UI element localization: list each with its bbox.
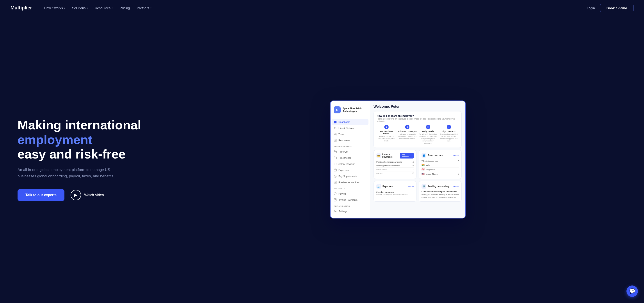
onboarding-view-all[interactable]: View all bbox=[453, 185, 459, 187]
sidebar-item-hire-onboard[interactable]: Hire & Onboard bbox=[330, 125, 370, 131]
invoice-due-week-row: Due this week 1 bbox=[376, 168, 414, 171]
svg-rect-15 bbox=[334, 157, 336, 159]
nav-how-it-works[interactable]: How it works ▾ bbox=[44, 6, 65, 10]
svg-point-4 bbox=[334, 127, 336, 128]
team-sub-label-row: Who is in your team 7 bbox=[422, 159, 459, 163]
company-logo-area: S Space Time Fabric Technologies bbox=[330, 105, 370, 117]
hero-section: Making international employment easy and… bbox=[0, 16, 644, 303]
invoice-widget-title: 💳 Invoice payments bbox=[376, 153, 400, 158]
sidebar-item-settings[interactable]: Settings bbox=[330, 208, 370, 214]
onboard-card-title: How do I onboard an employee? bbox=[377, 114, 458, 117]
book-demo-button[interactable]: Book a demo bbox=[600, 4, 634, 12]
pending-onboarding-subdesc: Missing the due date will delay in the f… bbox=[422, 194, 459, 199]
hero-actions: Talk to our experts ▶ Watch Video bbox=[18, 189, 149, 201]
nav-resources[interactable]: Resources ▾ bbox=[95, 6, 113, 10]
expense-widget: 🧾 Expenses View all Pending expenses Rev… bbox=[374, 181, 416, 202]
company-initial: S bbox=[334, 106, 341, 113]
team-view-all[interactable]: View all bbox=[453, 154, 459, 156]
pay-invoices-button[interactable]: Pay invoices bbox=[400, 153, 414, 159]
payments-section-label: Payments bbox=[330, 185, 370, 191]
sidebar-item-timesheets[interactable]: Timesheets bbox=[330, 155, 370, 161]
svg-point-29 bbox=[335, 211, 336, 212]
watch-video-button[interactable]: ▶ Watch Video bbox=[70, 190, 104, 200]
us-flag: 🇺🇸 bbox=[422, 173, 424, 175]
team-widget-title: 👥 Team overview bbox=[422, 153, 443, 158]
hero-content: Making international employment easy and… bbox=[18, 118, 149, 201]
admin-section-label: Administration bbox=[330, 143, 370, 149]
sidebar-item-expenses[interactable]: Expenses bbox=[330, 167, 370, 173]
india-flag: 🇮🇳 bbox=[422, 164, 424, 167]
sidebar-item-invoice-payments[interactable]: Invoice Payments bbox=[330, 197, 370, 203]
login-link[interactable]: Login bbox=[587, 6, 595, 10]
invoice-widget-header: 💳 Invoice payments Pay invoices bbox=[376, 153, 414, 159]
expense-view-all[interactable]: View all bbox=[408, 185, 414, 187]
svg-rect-0 bbox=[334, 120, 335, 121]
sidebar-item-salary-revision[interactable]: Salary Revision bbox=[330, 161, 370, 167]
invoice-widget: 💳 Invoice payments Pay invoices Pending … bbox=[374, 150, 416, 179]
play-icon: ▶ bbox=[70, 190, 81, 200]
nav-pricing[interactable]: Pricing bbox=[120, 6, 130, 10]
sidebar-item-team[interactable]: Team bbox=[330, 131, 370, 137]
svg-rect-2 bbox=[334, 122, 335, 123]
pending-onboarding-desc: Complete onboarding for 18 members bbox=[422, 191, 459, 193]
team-india-row: 🇮🇳 India bbox=[422, 163, 459, 167]
nav-links: How it works ▾ Solutions ▾ Resources ▾ P… bbox=[44, 6, 587, 10]
onboard-step-4: 4 Sign Contracts Once details are verifi… bbox=[439, 125, 458, 145]
sidebar-item-resources[interactable]: Resources bbox=[330, 137, 370, 143]
team-widget-header: 👥 Team overview View all bbox=[422, 153, 459, 158]
expense-icon: 🧾 bbox=[376, 184, 381, 189]
svg-rect-19 bbox=[334, 169, 336, 171]
team-icon: 👥 bbox=[422, 153, 426, 158]
welcome-title: Welcome, Peter bbox=[374, 105, 462, 109]
nav-actions: Login Book a demo bbox=[587, 4, 634, 12]
sidebar-item-time-off[interactable]: Time Off bbox=[330, 149, 370, 155]
singapore-flag: 🇸🇬 bbox=[422, 168, 424, 171]
chevron-down-icon: ▾ bbox=[87, 7, 88, 9]
company-name: Space Time Fabric Technologies bbox=[343, 107, 367, 113]
onboard-card: How do I onboard an employee? Hiring & o… bbox=[374, 111, 462, 148]
sidebar-item-payroll[interactable]: Payroll bbox=[330, 191, 370, 197]
sidebar-item-pay-supplements[interactable]: Pay Supplements bbox=[330, 173, 370, 179]
invoice-due-later-row: Due later 2 bbox=[376, 171, 414, 175]
svg-point-6 bbox=[335, 133, 336, 134]
pending-onboarding-header: ⚙️ Pending onboarding View all bbox=[422, 184, 459, 189]
navbar: Multiplier How it works ▾ Solutions ▾ Re… bbox=[0, 0, 644, 16]
invoice-icon: 💳 bbox=[376, 153, 381, 158]
sidebar-item-freelancer-invoices[interactable]: Freelancer Invoices bbox=[330, 179, 370, 185]
sidebar-item-dashboard[interactable]: Dashboard bbox=[332, 119, 368, 125]
chat-bubble[interactable]: 💬 bbox=[626, 286, 638, 297]
expense-pending-row: Pending expenses Review and approve by 1… bbox=[376, 191, 414, 196]
invoice-freelancer-row: Pending freelancer payments 4 bbox=[376, 160, 414, 164]
svg-rect-3 bbox=[335, 122, 336, 123]
chevron-down-icon: ▾ bbox=[150, 7, 152, 9]
dashboard-card: S Space Time Fabric Technologies Dashboa… bbox=[330, 100, 466, 219]
nav-solutions[interactable]: Solutions ▾ bbox=[72, 6, 88, 10]
onboarding-icon: ⚙️ bbox=[422, 184, 426, 189]
expense-widget-title: 🧾 Expenses bbox=[376, 184, 393, 189]
dashboard-sidebar: S Space Time Fabric Technologies Dashboa… bbox=[330, 101, 370, 218]
hero-subtitle: An all-in-one global employment platform… bbox=[18, 167, 123, 180]
team-singapore-row: 🇸🇬 Singapore bbox=[422, 167, 459, 172]
org-section-label: Organization bbox=[330, 203, 370, 208]
chevron-down-icon: ▾ bbox=[112, 7, 113, 9]
logo[interactable]: Multiplier bbox=[10, 5, 32, 11]
onboard-card-subtitle: Hiring & onboarding an employee is easy.… bbox=[377, 118, 458, 122]
onboard-step-3: 3 Verify Details We will verify their de… bbox=[418, 125, 438, 145]
talk-to-experts-button[interactable]: Talk to our experts bbox=[18, 189, 64, 201]
pending-onboarding-widget: ⚙️ Pending onboarding View all Complete … bbox=[419, 181, 462, 202]
svg-rect-1 bbox=[335, 120, 336, 121]
svg-point-5 bbox=[334, 133, 335, 134]
invoice-employee-row: Pending employee invoices 3 bbox=[376, 164, 414, 168]
onboard-step-2: 2 Invite Your Employee Invite your emplo… bbox=[398, 125, 417, 145]
nav-partners[interactable]: Partners ▾ bbox=[137, 6, 152, 10]
team-widget: 👥 Team overview View all Who is in your … bbox=[419, 150, 462, 179]
svg-rect-27 bbox=[334, 198, 336, 201]
dashboard-main: Welcome, Peter How do I onboard an emplo… bbox=[370, 101, 465, 218]
onboard-step-1: 1 Add Employee Details Add your employee… bbox=[377, 125, 396, 145]
dashboard-bottom-grid: 💳 Invoice payments Pay invoices Pending … bbox=[374, 150, 462, 202]
expense-widget-header: 🧾 Expenses View all bbox=[376, 184, 414, 189]
chevron-down-icon: ▾ bbox=[64, 7, 65, 9]
hero-title: Making international employment easy and… bbox=[18, 118, 149, 162]
svg-rect-11 bbox=[334, 151, 336, 153]
onboard-steps: 1 Add Employee Details Add your employee… bbox=[377, 125, 458, 145]
